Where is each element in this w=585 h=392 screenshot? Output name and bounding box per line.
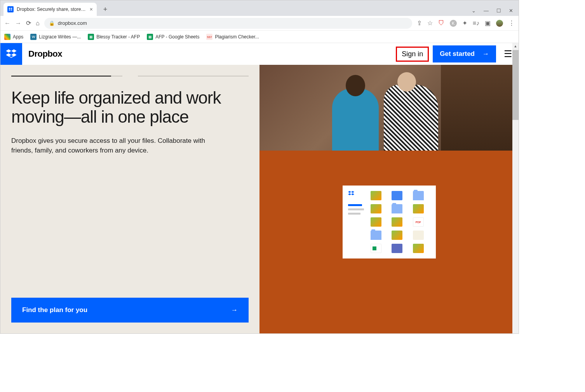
tab-title: Dropbox: Securely share, store an <box>17 7 87 12</box>
new-tab-button[interactable]: + <box>100 4 111 15</box>
avatar-icon[interactable] <box>496 20 503 27</box>
shield-icon[interactable]: ⛉ <box>438 20 444 27</box>
file-thumb-xls <box>371 244 381 253</box>
hero-right: PDF <box>259 65 519 333</box>
hero-left: Keep life organized and work moving—all … <box>0 65 259 333</box>
file-panel-graphic: PDF <box>343 186 436 258</box>
hero-photo <box>259 65 519 151</box>
file-thumb-image <box>392 231 402 240</box>
signin-button[interactable]: Sign in <box>396 47 429 62</box>
sidebar-line <box>348 208 364 210</box>
sst-icon: ssт <box>206 34 212 40</box>
bookmark-lizgrace[interactable]: W Lizgrace Writes —... <box>30 34 81 40</box>
file-thumb-doc <box>392 191 402 200</box>
forward-icon: → <box>15 20 21 27</box>
dropbox-mini-logo-icon <box>348 191 354 196</box>
bookmark-plagiarism[interactable]: ssт Plagiarism Checker... <box>206 34 259 40</box>
hero-title: Keep life organized and work moving—all … <box>11 88 249 127</box>
find-plan-button[interactable]: Find the plan for you → <box>11 298 249 323</box>
person-graphic-1 <box>332 88 379 151</box>
address-bar: ← → ⟳ ⌂ 🔒 dropbox.com ⇪ ☆ ⛉ K ✦ ≡♪ ▣ ⋮ <box>0 16 519 31</box>
lock-icon: 🔒 <box>49 21 55 26</box>
file-thumb-image <box>413 204 424 213</box>
menu-dots-icon[interactable]: ⋮ <box>508 19 515 27</box>
bookmark-blessy[interactable]: ▦ Blessy Tracker - AFP <box>88 34 140 40</box>
apps-grid-icon <box>4 34 10 40</box>
profile-k-icon[interactable]: K <box>450 20 457 27</box>
file-thumb-pdf: PDF <box>413 217 424 227</box>
brand-name: Dropbox <box>28 49 62 59</box>
file-thumb-image <box>371 204 381 213</box>
file-thumb-image <box>392 217 402 227</box>
share-icon[interactable]: ⇪ <box>417 19 422 27</box>
get-started-button[interactable]: Get started → <box>433 45 496 62</box>
site-header: Dropbox Sign in Get started → ☰ <box>0 43 519 65</box>
minimize-icon[interactable]: — <box>484 8 489 14</box>
dropbox-logo[interactable] <box>0 43 22 65</box>
sheets-icon: ▦ <box>147 34 153 40</box>
hero: Keep life organized and work moving—all … <box>0 65 519 333</box>
progress-segment-2 <box>138 76 249 76</box>
hero-subtitle: Dropbox gives you secure access to all y… <box>11 136 221 156</box>
scroll-up-icon[interactable]: ▲ <box>512 43 519 49</box>
arrow-right-icon: → <box>482 50 489 58</box>
progress-segment-1 <box>11 76 122 76</box>
reload-icon[interactable]: ⟳ <box>26 19 31 27</box>
back-icon[interactable]: ← <box>4 20 10 27</box>
page-viewport: Dropbox Sign in Get started → ☰ Keep lif… <box>0 43 519 333</box>
person-graphic-2 <box>384 85 438 151</box>
browser-tab-strip: Dropbox: Securely share, store an × + ⌄ … <box>0 0 519 16</box>
bookmarks-bar: Apps W Lizgrace Writes —... ▦ Blessy Tra… <box>0 31 519 43</box>
chevron-down-icon[interactable]: ⌄ <box>472 8 476 14</box>
wordpress-icon: W <box>30 34 37 40</box>
tab-close-icon[interactable]: × <box>90 6 93 12</box>
window-controls: ⌄ — ☐ ✕ <box>472 8 519 16</box>
url-field[interactable]: 🔒 dropbox.com <box>44 18 412 29</box>
maximize-icon[interactable]: ☐ <box>496 8 501 14</box>
hero-progress <box>11 76 249 76</box>
file-thumb-folder <box>371 231 381 240</box>
sidebar-line <box>348 204 362 206</box>
file-thumb-folder <box>413 191 424 200</box>
bookmark-afp[interactable]: ▦ AFP - Google Sheets <box>147 34 199 40</box>
url-text: dropbox.com <box>58 20 87 26</box>
file-thumb-image <box>371 217 381 227</box>
sidebar-line <box>348 213 360 215</box>
file-thumb-folder <box>392 204 402 213</box>
hamburger-menu-icon[interactable]: ☰ <box>504 49 512 59</box>
close-window-icon[interactable]: ✕ <box>509 8 513 14</box>
home-icon[interactable]: ⌂ <box>36 20 40 27</box>
scroll-thumb[interactable] <box>512 50 519 120</box>
reading-list-icon[interactable]: ≡♪ <box>473 20 479 27</box>
side-panel-icon[interactable]: ▣ <box>485 19 491 27</box>
sheets-icon: ▦ <box>88 34 94 40</box>
browser-tab[interactable]: Dropbox: Securely share, store an × <box>3 3 97 16</box>
file-thumb-paper <box>413 231 424 240</box>
extensions-icon[interactable]: ✦ <box>462 19 467 27</box>
bookmark-apps[interactable]: Apps <box>4 34 23 40</box>
vertical-scrollbar[interactable]: ▲ <box>512 43 519 333</box>
arrow-right-icon: → <box>231 306 238 314</box>
bookshelf-graphic <box>441 65 519 151</box>
file-thumb-note <box>392 244 402 253</box>
bookmark-star-icon[interactable]: ☆ <box>427 19 433 27</box>
file-thumb-image <box>413 244 424 253</box>
file-thumb-image <box>371 191 381 200</box>
dropbox-favicon <box>7 6 14 12</box>
